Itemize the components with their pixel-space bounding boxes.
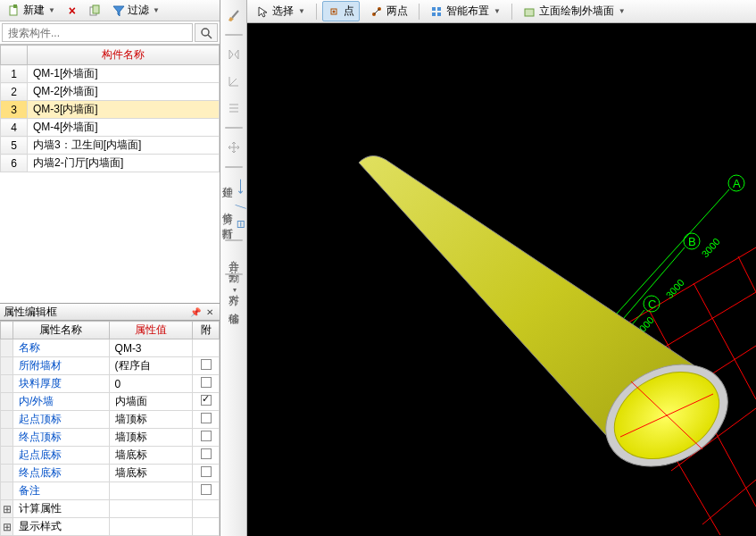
brush-tool[interactable] [224,5,244,25]
expand-cell [1,375,13,393]
prop-value[interactable]: 墙底标 [109,447,192,465]
prop-value[interactable]: 墙顶标 [109,429,192,447]
property-group[interactable]: ⊞显示样式 [1,518,220,536]
prop-check [193,375,220,393]
prop-value[interactable]: 内墙面 [109,393,192,411]
move-tool[interactable] [224,138,244,157]
component-row[interactable]: 6内墙2-门厅[内墙面] [1,155,220,172]
separator [419,4,420,20]
extend-tool[interactable]: ⟶延伸 [220,177,247,196]
elevation-label: 立面绘制外墙面 [539,4,614,19]
checkbox[interactable] [201,377,212,388]
col-name[interactable]: 构件名称 [28,46,220,65]
twopoint-button[interactable]: 两点 [365,1,413,21]
expand-cell [1,357,13,375]
col-prop-value[interactable]: 属性值 [109,322,192,339]
expand-toggle[interactable]: ⊞ [1,500,13,518]
point-icon [328,5,340,18]
component-row[interactable]: 1QM-1[外墙面] [1,65,220,83]
prop-value[interactable]: (程序自 [109,357,192,375]
group-name: 显示样式 [13,518,110,536]
col-index[interactable] [1,46,28,65]
row-name: QM-2[外墙面] [28,83,220,101]
prop-name: 起点顶标 [13,411,110,429]
col-prop-name[interactable]: 属性名称 [13,322,110,339]
property-row[interactable]: 起点顶标墙顶标 [1,411,220,429]
merge-tool[interactable]: 合并 [226,250,241,254]
prop-check [193,429,220,447]
prop-check [193,465,220,482]
prop-value[interactable] [109,482,192,500]
cursor-icon [256,5,269,18]
mirror-tool[interactable] [224,45,244,64]
svg-rect-15 [432,7,436,11]
new-button[interactable]: 新建 ▼ [4,0,60,21]
svg-line-14 [374,9,379,14]
checkbox[interactable] [201,413,212,423]
checkbox[interactable] [201,466,212,477]
align-tool[interactable]: 对齐▾ [226,284,241,296]
panel-spacer [0,172,220,303]
prop-check [193,482,220,500]
elevation-draw-button[interactable]: 立面绘制外墙面 ▼ [518,1,631,21]
close-icon[interactable]: ✕ [204,306,216,318]
offset-tool[interactable]: 偏移 [226,303,241,306]
search-input[interactable] [2,23,193,42]
filter-button[interactable]: 过滤 ▼ [108,0,164,21]
checkbox[interactable] [201,484,212,495]
component-row[interactable]: 3QM-3[内墙面] [1,101,220,119]
property-row[interactable]: 起点底标墙底标 [1,447,220,465]
search-button[interactable] [195,23,218,42]
delete-button[interactable]: × [62,2,83,20]
component-toolbar: 新建 ▼ × 过滤 ▼ [0,0,220,21]
dropdown-icon: ▼ [494,7,501,15]
3d-viewport[interactable]: A B C E 3000 3000 2000 [247,23,756,536]
prop-value[interactable]: QM-3 [109,339,192,357]
row-index: 6 [1,155,28,172]
property-row[interactable]: 终点底标墙底标 [1,465,220,482]
component-row[interactable]: 2QM-2[外墙面] [1,83,220,101]
expand-cell [1,339,13,357]
split-tool[interactable]: 分割 [226,261,241,264]
property-row[interactable]: 块料厚度0 [1,375,220,393]
row-index: 2 [1,83,28,101]
pin-icon[interactable]: 📌 [189,306,202,318]
dropdown-icon: ▼ [298,7,305,15]
cylinder-model[interactable] [359,156,745,487]
checkbox[interactable] [201,395,212,406]
parallel-tool[interactable] [224,98,244,118]
property-row[interactable]: 内/外墙内墙面 [1,393,220,411]
property-row[interactable]: 所附墙材(程序自 [1,357,220,375]
svg-text:A: A [733,177,741,190]
component-row[interactable]: 5内墙3：卫生间[内墙面] [1,137,220,155]
property-row[interactable]: 备注 [1,482,220,500]
svg-rect-17 [432,13,436,16]
svg-point-11 [332,10,335,13]
copy-button[interactable] [85,2,106,20]
checkbox[interactable] [201,359,212,370]
expand-cell [1,411,13,429]
expand-toggle[interactable]: ⊞ [1,518,13,536]
break-tool[interactable]: ⊟打断 [220,218,247,230]
angle-tool[interactable] [224,71,244,91]
svg-line-29 [600,189,729,332]
dropdown-icon: ▼ [153,6,160,14]
select-button[interactable]: 选择 ▼ [251,1,311,21]
point-button[interactable]: 点 [322,1,360,21]
property-group[interactable]: ⊞计算属性 [1,500,220,518]
prop-value[interactable]: 墙顶标 [109,411,192,429]
select-label: 选择 [272,4,294,19]
smart-layout-button[interactable]: 智能布置 ▼ [425,1,506,21]
twopoint-icon [370,5,383,18]
col-prop-extra[interactable]: 附 [193,322,220,339]
trim-tool[interactable]: ⧸修剪 [220,203,247,211]
component-row[interactable]: 4QM-4[外墙面] [1,119,220,137]
property-row[interactable]: 终点顶标墙顶标 [1,429,220,447]
prop-value[interactable]: 墙底标 [109,465,192,482]
checkbox[interactable] [201,448,212,459]
svg-line-6 [232,11,238,18]
svg-rect-18 [437,13,441,16]
prop-value[interactable]: 0 [109,375,192,393]
checkbox[interactable] [201,431,212,441]
property-row[interactable]: 名称QM-3 [1,339,220,357]
